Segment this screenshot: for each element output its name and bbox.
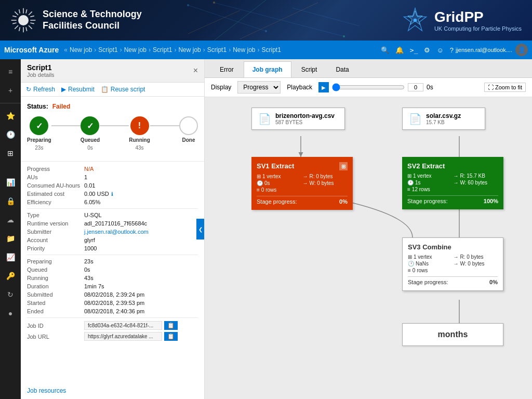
step-done: Done xyxy=(179,116,198,145)
divider-3 xyxy=(27,317,198,318)
sv2-progress: Stage progress: 100% xyxy=(407,195,498,204)
tab-script[interactable]: Script xyxy=(292,61,326,77)
panel-title: Script1 xyxy=(27,63,55,72)
file2-icon: 📄 xyxy=(409,113,422,125)
sv3-stats: ⊞ 1 vertex → R: 0 bytes 🕐 NaNs → xyxy=(408,254,498,273)
jobid-field: fc8d034a-e632-4c84-821f-... 📋 xyxy=(84,321,178,330)
sidebar-analytics-icon[interactable]: 📈 xyxy=(2,249,19,265)
azure-nav-bar: Microsoft Azure « New job › Script1 › Ne… xyxy=(0,41,532,59)
reuse-script-button[interactable]: 📋 Reuse script xyxy=(101,86,145,93)
settings-icon[interactable]: ⚙ xyxy=(424,46,430,54)
panel-close-button[interactable]: × xyxy=(193,66,198,75)
time-unit: 0s xyxy=(427,84,433,91)
sidebar-data-icon[interactable]: 📁 xyxy=(2,230,19,247)
sidebar-add-icon[interactable]: + xyxy=(2,82,19,99)
sidebar-recent-icon[interactable]: 🕐 xyxy=(2,126,19,143)
jobid-copy-button[interactable]: 📋 xyxy=(164,321,178,330)
left-sidebar: ≡ + ⭐ 🕐 ⊞ 📊 🔒 ☁ 📁 📈 🔑 ↻ ● xyxy=(0,59,21,399)
terminal-icon[interactable]: >_ xyxy=(410,46,418,54)
runtime-value: adl_20171016_7f65684c xyxy=(84,220,147,227)
submitted-value: 08/02/2018, 2:39:24 pm xyxy=(84,291,144,298)
step-running-time: 43s xyxy=(135,145,143,151)
joburl-copy-button[interactable]: 📋 xyxy=(164,332,178,341)
stage-sv1: SV1 Extract ⊞ ⊞ 1 vertex → R: 0 bytes xyxy=(251,157,353,210)
user-area[interactable]: jjensen.ral@outlook.... 👤 xyxy=(456,44,528,56)
notification-icon[interactable]: 🔔 xyxy=(395,46,404,54)
account-value: glyrf xyxy=(84,237,95,243)
sv3-read-icon: → xyxy=(454,254,459,260)
step-queued-circle: ✓ xyxy=(81,116,99,135)
sv3-rows: 0 rows xyxy=(413,268,428,273)
azure-brand: Microsoft Azure xyxy=(4,46,59,54)
refresh-icon: ↻ xyxy=(26,86,31,93)
display-select[interactable]: Progress Time Data xyxy=(237,81,281,94)
jobid-label: Job ID xyxy=(27,323,84,329)
tab-job-graph[interactable]: Job graph xyxy=(244,61,291,77)
smiley-icon[interactable]: ☺ xyxy=(436,46,443,54)
submitted-label: Submitted xyxy=(27,291,84,298)
panel-toolbar: ↻ Refresh ▶ Resubmit 📋 Reuse script xyxy=(21,83,204,97)
playback-controls: ▶ 0s xyxy=(318,82,433,92)
stfc-title: Science & Technology Facilities Council xyxy=(43,9,142,31)
user-avatar: 👤 xyxy=(515,44,528,56)
sidebar-key-icon[interactable]: 🔑 xyxy=(2,268,19,284)
running-label: Running xyxy=(27,275,84,281)
sv2-stats: ⊞ 1 vertex → R: 15.7 KB 🕐 1s → xyxy=(407,173,498,192)
details-section: Progress N/A AUs 1 Consumed AU-hours 0.0… xyxy=(21,162,204,381)
help-icon[interactable]: ? xyxy=(450,46,454,54)
resubmit-button[interactable]: ▶ Resubmit xyxy=(61,86,95,93)
status-value: Failed xyxy=(52,103,71,110)
step-preparing-time: 23s xyxy=(35,145,43,151)
sv1-stats: ⊞ 1 vertex → R: 0 bytes 🕐 0s → xyxy=(257,174,348,193)
graph-area: 📄 brizenorton-avg.csv 587 BYTES 📄 solar.… xyxy=(205,97,532,399)
submitter-label: Submitter xyxy=(27,229,84,235)
svg-point-29 xyxy=(414,19,417,22)
content-area: Error Job graph Script Data Display Prog… xyxy=(205,59,532,399)
type-label: Type xyxy=(27,212,84,218)
file2-size: 15.7 KB xyxy=(426,119,461,125)
divider-1 xyxy=(27,208,198,209)
svg-line-5 xyxy=(15,11,18,15)
sv2-read: R: 15.7 KB xyxy=(460,173,485,179)
sidebar-menu-icon[interactable]: ≡ xyxy=(2,63,19,80)
sv1-vertices: 1 vertex xyxy=(262,174,281,179)
step-connector-3 xyxy=(150,125,179,126)
sv2-time: 1s xyxy=(415,180,421,185)
step-running-label: Running xyxy=(129,137,150,143)
progress-label: Progress xyxy=(27,166,84,172)
time-input[interactable] xyxy=(408,83,423,91)
sidebar-refresh-icon[interactable]: ↻ xyxy=(2,286,19,303)
refresh-button[interactable]: ↻ Refresh xyxy=(26,86,55,93)
sidebar-browse-icon[interactable]: ⊞ xyxy=(2,145,19,162)
sv1-expand-icon[interactable]: ⊞ xyxy=(339,162,348,170)
step-done-label: Done xyxy=(182,137,195,143)
graph-canvas: 📄 brizenorton-avg.csv 587 BYTES 📄 solar.… xyxy=(205,97,532,399)
job-resources-link[interactable]: Job resources xyxy=(27,387,66,394)
status-section: Status: Failed ✓ Preparing 23s ✓ Queued … xyxy=(21,97,204,162)
sidebar-cloud-icon[interactable]: ☁ xyxy=(2,211,19,228)
cost-info-icon[interactable]: ℹ xyxy=(111,191,113,197)
playback-slider[interactable] xyxy=(332,83,405,91)
svg-line-14 xyxy=(30,23,34,24)
joburl-value: https://glyrf.azuredatalake ... xyxy=(84,332,162,341)
job-resources-section: Job resources xyxy=(21,381,204,399)
zoom-to-fit-button[interactable]: ⛶ Zoom to fit xyxy=(484,83,526,92)
svg-line-20 xyxy=(214,0,266,41)
sidebar-circle-icon[interactable]: ● xyxy=(2,305,19,322)
panel-collapse-button[interactable]: ❮ xyxy=(196,219,205,240)
sv3-rows-icon: ≡ xyxy=(408,268,411,273)
sv2-vertices: 1 vertex xyxy=(413,173,432,179)
divider-2 xyxy=(27,255,198,255)
svg-point-26 xyxy=(343,35,345,37)
play-button[interactable]: ▶ xyxy=(318,82,329,92)
sidebar-monitor-icon[interactable]: 📊 xyxy=(2,174,19,191)
sv3-write: W: 0 bytes xyxy=(460,261,485,267)
tabs-bar: Error Job graph Script Data xyxy=(205,59,532,78)
search-icon[interactable]: 🔍 xyxy=(381,46,389,54)
sidebar-favorites-icon[interactable]: ⭐ xyxy=(2,108,19,124)
progress-value: N/A xyxy=(84,166,94,172)
svg-line-11 xyxy=(12,16,17,17)
tab-data[interactable]: Data xyxy=(327,61,357,77)
sidebar-security-icon[interactable]: 🔒 xyxy=(2,193,19,209)
tab-error[interactable]: Error xyxy=(211,61,243,77)
